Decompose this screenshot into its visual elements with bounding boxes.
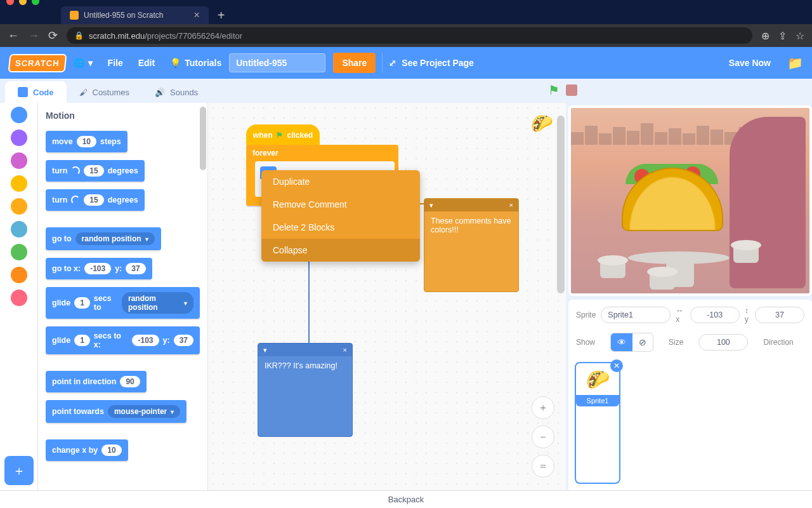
zoom-icon[interactable]: ⊕ xyxy=(761,30,769,42)
category-sound[interactable] xyxy=(11,152,27,169)
editor-tabs: Code 🖌 Costumes 🔊 Sounds ⚑ xyxy=(0,79,812,103)
tab-costumes[interactable]: 🖌 Costumes xyxy=(67,82,143,103)
num-input[interactable]: 90 xyxy=(120,376,140,387)
script-workspace[interactable]: 🌮 when ⚑ clicked forever n ▾ × These com… xyxy=(208,103,566,490)
category-sensing[interactable] xyxy=(11,221,27,237)
comment-text[interactable]: These comments have colors!!! xyxy=(431,217,511,234)
scratch-logo[interactable]: SCRATCH xyxy=(8,54,67,72)
block-goto[interactable]: go to random position xyxy=(46,227,161,250)
category-motion[interactable] xyxy=(11,107,27,123)
comment-titlebar[interactable]: ▾ × xyxy=(424,199,518,211)
browser-tab-active[interactable]: Untitled-955 on Scratch × xyxy=(61,6,209,24)
eye-off-icon[interactable]: ⊘ xyxy=(632,333,653,351)
num-input[interactable]: 15 xyxy=(84,194,103,206)
zoom-in-button[interactable]: ＋ xyxy=(532,396,554,419)
palette-scrollbar[interactable] xyxy=(200,107,206,170)
delete-sprite-button[interactable]: ✕ xyxy=(610,359,623,372)
visibility-toggle[interactable]: 👁 ⊘ xyxy=(610,333,653,352)
add-extension-button[interactable]: ＋ xyxy=(4,456,34,485)
num-input[interactable]: 10 xyxy=(102,444,121,456)
tutorials-button[interactable]: 💡Tutorials xyxy=(162,58,229,68)
block-comment-blue[interactable]: ▾ × IKR??? It's amazing! xyxy=(258,343,353,437)
share-icon[interactable]: ⇪ xyxy=(778,30,787,42)
num-input[interactable]: -103 xyxy=(84,263,111,274)
sprite-tile[interactable]: ✕ 🌮 Sprite1 xyxy=(575,362,620,484)
sprite-y-input[interactable] xyxy=(755,307,804,323)
block-point-direction[interactable]: point in direction 90 xyxy=(46,371,147,392)
see-project-label: See Project Page xyxy=(402,58,474,68)
category-variables[interactable] xyxy=(11,267,27,283)
zoom-reset-button[interactable]: ＝ xyxy=(532,455,554,478)
close-icon[interactable]: × xyxy=(509,201,513,209)
new-tab-button[interactable]: + xyxy=(218,8,225,23)
category-operators[interactable] xyxy=(11,244,27,260)
traffic-close[interactable] xyxy=(6,0,14,5)
block-change-x[interactable]: change x by 10 xyxy=(46,439,128,461)
num-input[interactable]: 1 xyxy=(74,297,90,309)
traffic-min[interactable] xyxy=(19,0,27,5)
reload-button[interactable]: ⟳ xyxy=(48,29,58,43)
block-glide-to[interactable]: glide 1 secs to random position xyxy=(46,287,200,319)
num-input[interactable]: 37 xyxy=(126,263,145,274)
save-now-button[interactable]: Save Now xyxy=(721,58,778,68)
num-input[interactable]: 37 xyxy=(174,335,193,346)
sprite-x-input[interactable] xyxy=(690,307,740,323)
num-input[interactable]: 15 xyxy=(84,165,103,177)
forward-button[interactable]: → xyxy=(28,29,39,43)
block-turn-cw[interactable]: turn 15 degrees xyxy=(46,160,145,182)
language-menu[interactable]: 🌐▾ xyxy=(66,58,100,68)
zoom-out-button[interactable]: － xyxy=(532,425,554,448)
block-glide-xy[interactable]: glide 1 secs to x: -103 y: 37 xyxy=(46,326,200,354)
close-icon[interactable]: × xyxy=(343,346,347,354)
block-turn-ccw[interactable]: turn 15 degrees xyxy=(46,189,145,211)
category-events[interactable] xyxy=(11,175,27,192)
block-palette[interactable]: Motion move 10 steps turn 15 degrees tur… xyxy=(38,103,208,490)
share-button[interactable]: Share xyxy=(333,53,376,73)
ctx-duplicate[interactable]: Duplicate xyxy=(261,170,420,193)
palette-category-title: Motion xyxy=(43,110,202,121)
tab-sounds[interactable]: 🔊 Sounds xyxy=(142,82,211,103)
comment-text[interactable]: IKR??? It's amazing! xyxy=(265,361,337,370)
dropdown[interactable]: random position xyxy=(122,292,193,314)
stop-button[interactable] xyxy=(566,84,577,96)
comment-titlebar[interactable]: ▾ × xyxy=(258,344,352,356)
collapse-icon[interactable]: ▾ xyxy=(263,346,267,354)
brush-icon: 🖌 xyxy=(79,88,88,97)
dropdown[interactable]: mouse-pointer xyxy=(108,405,180,418)
bookmark-icon[interactable]: ☆ xyxy=(796,30,804,42)
block-goto-xy[interactable]: go to x: -103 y: 37 xyxy=(46,258,152,279)
tab-close-icon[interactable]: × xyxy=(193,10,199,21)
file-menu[interactable]: File xyxy=(100,58,131,68)
num-input[interactable]: -103 xyxy=(132,335,159,346)
num-input[interactable]: 10 xyxy=(77,136,96,147)
block-point-towards[interactable]: point towards mouse-pointer xyxy=(46,400,187,423)
text: y: xyxy=(163,336,170,345)
see-project-page-button[interactable]: ⤢See Project Page xyxy=(382,53,480,73)
ctx-collapse[interactable]: Collapse xyxy=(261,239,420,262)
backpack-bar[interactable]: Backpack xyxy=(0,490,812,508)
sprite-name-input[interactable] xyxy=(601,307,671,323)
workspace-scrollbar[interactable] xyxy=(557,116,565,293)
green-flag-button[interactable]: ⚑ xyxy=(548,83,560,98)
traffic-max[interactable] xyxy=(32,0,39,5)
category-looks[interactable] xyxy=(11,130,27,146)
project-title-input[interactable]: Untitled-955 xyxy=(229,53,325,72)
dropdown[interactable]: random position xyxy=(75,232,155,245)
back-button[interactable]: ← xyxy=(8,29,19,43)
category-my-blocks[interactable] xyxy=(11,290,27,306)
block-move-steps[interactable]: move 10 steps xyxy=(46,131,128,152)
block-comment-orange[interactable]: ▾ × These comments have colors!!! xyxy=(424,198,519,292)
tab-code[interactable]: Code xyxy=(5,81,67,103)
collapse-icon[interactable]: ▾ xyxy=(429,201,433,210)
num-input[interactable]: 1 xyxy=(74,335,90,346)
sprite-size-input[interactable] xyxy=(698,334,748,351)
ctx-remove-comment[interactable]: Remove Comment xyxy=(261,193,420,216)
edit-menu[interactable]: Edit xyxy=(131,58,162,68)
address-bar[interactable]: 🔒 scratch.mit.edu/projects/770656264/edi… xyxy=(67,27,752,44)
stage-preview[interactable]: 🌲 xyxy=(568,105,812,296)
mystuff-icon[interactable]: 📁 xyxy=(787,55,803,70)
category-control[interactable] xyxy=(11,198,27,215)
eye-icon[interactable]: 👁 xyxy=(611,333,632,351)
block-when-flag-clicked[interactable]: when ⚑ clicked xyxy=(246,124,320,146)
ctx-delete-2-blocks[interactable]: Delete 2 Blocks xyxy=(261,216,420,239)
